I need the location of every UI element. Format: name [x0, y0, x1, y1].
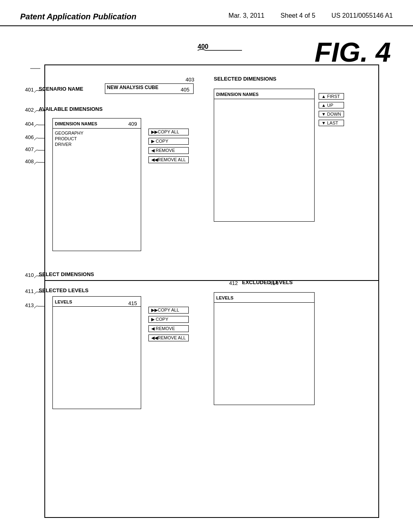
remove-all-btn-bot[interactable]: ◀◀REMOVE ALL [148, 335, 189, 341]
ref-409: 409 [128, 121, 137, 127]
available-dimensions-box[interactable]: DIMENSION NAMES GEOGRAPHY PRODUCT DRIVER [52, 118, 141, 251]
header-patent: US 2011/0055146 A1 [332, 12, 393, 19]
ref-410-label: SELECT DIMENSIONS [39, 271, 94, 277]
selected-levels-box[interactable]: LEVELS [52, 296, 141, 409]
ref-402-label: AVAILABLE DIMENSIONS [39, 106, 102, 112]
ref-415: 415 [128, 300, 137, 306]
ref-412: 412 [229, 280, 238, 286]
last-btn[interactable]: ▼ LAST [319, 120, 344, 126]
avail-dim-items: GEOGRAPHY PRODUCT DRIVER [53, 129, 141, 149]
remove-btn-top[interactable]: ◀ REMOVE [148, 147, 189, 154]
remove-btn-bot[interactable]: ◀ REMOVE [148, 325, 189, 332]
up-btn[interactable]: ▲ UP [319, 102, 344, 108]
header-title: Patent Application Publication [20, 12, 136, 21]
ref-412-label: EXCLUDED LEVELS [242, 279, 293, 285]
avail-dim-header: DIMENSION NAMES [53, 118, 141, 129]
avail-product: PRODUCT [55, 136, 139, 141]
ref-403: 403 [186, 77, 194, 83]
sel-levels-header-text: LEVELS [55, 299, 72, 304]
ref-403-label: SELECTED DIMENSIONS [214, 76, 276, 82]
ref-400: 400 [198, 43, 209, 50]
avail-driver: DRIVER [55, 141, 139, 147]
excl-levels-header: LEVELS [214, 293, 314, 303]
ref-408: 408 [25, 158, 34, 164]
content-area: FIG. 4 400 401 SCENARIO NAME NEW ANALYSI… [0, 26, 413, 522]
ref-406: 406 [25, 134, 34, 140]
ref-407: 407 [25, 146, 34, 152]
page-header: Patent Application Publication Mar. 3, 2… [0, 0, 413, 26]
buttons-409: ▶▶COPY ALL ▶ COPY ◀ REMOVE ◀◀REMOVE ALL [148, 128, 189, 164]
ref-404: 404 [25, 121, 34, 127]
first-btn[interactable]: ▲ FIRST [319, 93, 344, 100]
page: Patent Application Publication Mar. 3, 2… [0, 0, 413, 532]
ref-413: 413 [25, 302, 34, 308]
ref-402: 402 [25, 107, 34, 113]
copy-all-btn-bot[interactable]: ▶▶COPY ALL [148, 307, 189, 314]
header-meta: Mar. 3, 2011 Sheet 4 of 5 US 2011/005514… [229, 12, 393, 19]
ref-411-label: SELECTED LEVELS [39, 287, 89, 293]
ref-401-label: SCENARIO NAME [39, 86, 83, 92]
excluded-levels-box[interactable]: LEVELS [214, 292, 315, 405]
header-date: Mar. 3, 2011 [229, 12, 265, 19]
excl-levels-header-text: LEVELS [216, 295, 234, 300]
selected-dimensions-box[interactable]: DIMENSION NAMES [214, 89, 315, 222]
down-btn[interactable]: ▼ DOWN [319, 111, 344, 117]
ref-410: 410 [25, 272, 34, 278]
sel-levels-header: LEVELS [53, 297, 141, 307]
new-analysis-cube-text: NEW ANALYSIS CUBE [105, 84, 193, 91]
copy-btn-bot[interactable]: ▶ COPY [148, 316, 189, 323]
order-buttons: ▲ FIRST ▲ UP ▼ DOWN ▼ LAST [319, 93, 344, 127]
fig-label: FIG. 4 [315, 36, 391, 68]
avail-geography: GEOGRAPHY [55, 130, 139, 136]
sel-dim-header-text: DIMENSION NAMES [216, 92, 259, 97]
ref-405: 405 [181, 87, 190, 93]
buttons-415: ▶▶COPY ALL ▶ COPY ◀ REMOVE ◀◀REMOVE ALL [148, 306, 189, 342]
sel-dim-header: DIMENSION NAMES [214, 89, 314, 99]
remove-all-btn-top[interactable]: ◀◀REMOVE ALL [148, 156, 189, 163]
copy-btn-top[interactable]: ▶ COPY [148, 138, 189, 145]
ref-401: 401 [25, 87, 34, 93]
scenario-name-box[interactable]: NEW ANALYSIS CUBE [105, 83, 194, 94]
copy-all-btn-top[interactable]: ▶▶COPY ALL [148, 129, 189, 135]
header-sheet: Sheet 4 of 5 [281, 12, 315, 19]
avail-dim-header-text: DIMENSION NAMES [55, 121, 97, 126]
ref-414: 414 [269, 280, 278, 286]
ref-411: 411 [25, 288, 34, 294]
